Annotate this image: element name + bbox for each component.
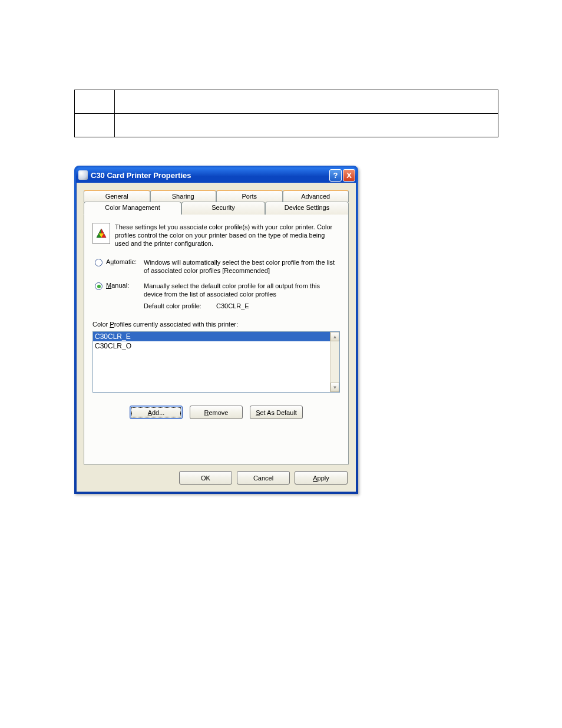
radio-automatic[interactable] — [95, 259, 103, 266]
remove-button[interactable]: Remove — [190, 406, 243, 419]
profiles-list-label: Color Profiles currently associated with… — [92, 321, 340, 328]
cancel-button[interactable]: Cancel — [237, 471, 290, 485]
window-title: C30 Card Printer Properties — [91, 171, 329, 180]
panel-description: These settings let you associate color p… — [115, 223, 340, 248]
tab-color-management[interactable]: Color Management — [84, 202, 181, 215]
list-item[interactable]: C30CLR_E — [93, 332, 330, 341]
radio-automatic-label: Automatic: — [106, 258, 140, 265]
tab-security[interactable]: Security — [181, 202, 265, 215]
radio-automatic-desc: Windows will automatically select the be… — [144, 258, 340, 275]
doc-table — [74, 90, 498, 137]
apply-button[interactable]: Apply — [295, 471, 348, 485]
tab-device-settings[interactable]: Device Settings — [265, 202, 349, 215]
tab-general[interactable]: General — [84, 190, 150, 202]
help-button[interactable]: ? — [329, 169, 342, 182]
list-item[interactable]: C30CLR_O — [93, 341, 330, 351]
default-profile-value: C30CLR_E — [216, 302, 249, 309]
scroll-up-button[interactable]: ▲ — [330, 332, 339, 341]
scroll-down-button[interactable]: ▼ — [330, 383, 339, 392]
tab-ports[interactable]: Ports — [216, 190, 283, 202]
radio-manual[interactable] — [95, 282, 103, 290]
printer-icon — [78, 170, 88, 180]
radio-manual-desc: Manually select the default color profil… — [144, 282, 340, 312]
tab-sharing[interactable]: Sharing — [150, 190, 217, 202]
close-button[interactable]: X — [343, 169, 355, 182]
scrollbar[interactable]: ▲ ▼ — [330, 332, 339, 392]
profiles-listbox[interactable]: C30CLR_E C30CLR_O ▲ ▼ — [92, 331, 340, 393]
radio-manual-label: Manual: — [106, 282, 140, 289]
default-profile-label: Default color profile: — [144, 302, 214, 310]
add-button[interactable]: Add... — [130, 406, 183, 419]
color-profile-icon — [92, 223, 110, 244]
titlebar[interactable]: C30 Card Printer Properties ? X — [76, 167, 356, 183]
color-management-panel: These settings let you associate color p… — [84, 214, 349, 465]
dialog-window: C30 Card Printer Properties ? X General … — [74, 166, 358, 494]
set-default-button[interactable]: Set As Default — [250, 406, 303, 419]
tab-advanced[interactable]: Advanced — [283, 190, 349, 202]
ok-button[interactable]: OK — [179, 471, 232, 485]
